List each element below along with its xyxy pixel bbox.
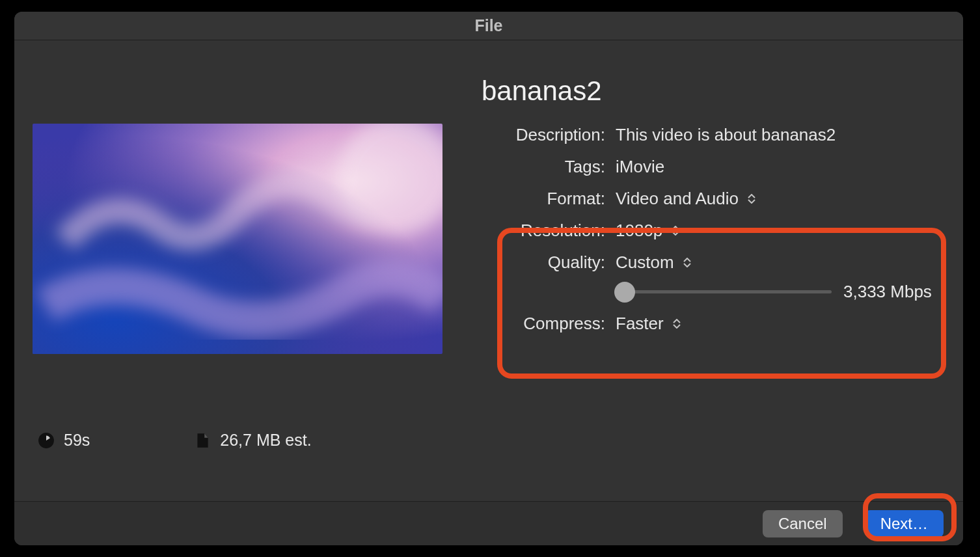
chevron-updown-icon	[748, 194, 755, 204]
filesize-value: 26,7 MB est.	[220, 431, 311, 450]
format-label: Format:	[482, 189, 605, 209]
description-label: Description:	[482, 125, 605, 145]
chevron-updown-icon	[683, 258, 691, 267]
dialog-content: 59s 26,7 MB est. bananas2 Description: T…	[14, 40, 963, 501]
quality-select[interactable]: Custom	[616, 252, 945, 273]
chevron-updown-icon	[672, 226, 679, 236]
project-title: bananas2	[482, 75, 945, 107]
resolution-select[interactable]: 1080p	[616, 221, 945, 241]
window-title: File	[14, 12, 963, 40]
slider-thumb[interactable]	[614, 282, 635, 303]
bitrate-value: 3,333 Mbps	[843, 282, 932, 302]
format-select[interactable]: Video and Audio	[616, 189, 945, 209]
bitrate-slider[interactable]	[616, 290, 832, 293]
next-button[interactable]: Next…	[865, 510, 944, 537]
compress-label: Compress:	[482, 314, 605, 334]
filesize-stat: 26,7 MB est.	[194, 431, 311, 450]
settings-column: bananas2 Description: This video is abou…	[475, 64, 945, 495]
preview-column: 59s 26,7 MB est.	[33, 64, 475, 495]
resolution-label: Resolution:	[482, 221, 605, 241]
duration-stat: 59s	[38, 431, 90, 450]
description-value[interactable]: This video is about bananas2	[616, 125, 945, 145]
export-form: Description: This video is about bananas…	[482, 125, 945, 334]
file-icon	[194, 432, 211, 449]
quality-label: Quality:	[482, 252, 605, 273]
chevron-updown-icon	[673, 319, 681, 329]
cancel-button[interactable]: Cancel	[763, 510, 843, 537]
export-stats: 59s 26,7 MB est.	[33, 431, 475, 450]
video-thumbnail	[33, 124, 442, 354]
tags-label: Tags:	[482, 157, 605, 177]
export-dialog: File	[14, 12, 963, 545]
compress-select[interactable]: Faster	[616, 314, 945, 334]
duration-value: 59s	[64, 431, 90, 450]
clock-icon	[38, 432, 55, 449]
bitrate-slider-row: 3,333 Mbps	[616, 282, 945, 302]
dialog-footer: Cancel Next…	[14, 501, 963, 545]
tags-value[interactable]: iMovie	[616, 157, 945, 177]
